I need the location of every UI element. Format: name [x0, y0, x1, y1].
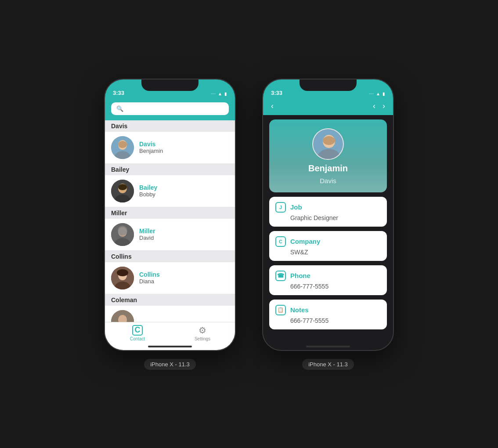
contact-info-collins: Collins Diana [139, 271, 160, 285]
avatar-coleman [111, 310, 134, 322]
notes-value: 666-777-5555 [275, 317, 381, 324]
left-home-indicator [148, 346, 192, 347]
avatar-miller [111, 223, 134, 246]
contact-card-firstname: Benjamin [308, 163, 348, 173]
left-phone-frame: 3:33 ···· ▲ ▮ 🔍 Davis [104, 79, 236, 351]
contact-info-bailey: Bailey Bobby [139, 184, 157, 198]
left-status-time: 3:33 [113, 90, 124, 97]
detail-section-company: C Company SW&Z [269, 231, 387, 261]
job-row: J Job [275, 202, 381, 213]
battery-icon: ▮ [224, 91, 227, 96]
wifi-icon: ▲ [218, 91, 222, 96]
miller-last-name: Miller [139, 228, 155, 235]
detail-section-notes: 📋 Notes 666-777-5555 [269, 300, 387, 329]
notes-label: Notes [290, 306, 309, 314]
contact-tab-label: Contact [130, 336, 145, 341]
phone-label: Phone [290, 272, 310, 279]
phone-value[interactable]: 666-777-5555 [275, 283, 381, 290]
prev-arrow[interactable]: ‹ [373, 101, 375, 111]
left-notch [141, 79, 198, 91]
next-arrow[interactable]: › [383, 101, 385, 111]
notes-icon: 📋 [275, 305, 286, 315]
nav-arrows-right: ‹ › [373, 101, 385, 111]
contact-item-coleman[interactable] [105, 306, 235, 322]
avatar-collins [111, 267, 134, 289]
left-phone-container: 3:33 ···· ▲ ▮ 🔍 Davis [104, 79, 236, 370]
avatar-davis [111, 136, 134, 159]
r-battery-icon: ▮ [383, 91, 385, 96]
company-label: Company [290, 238, 320, 245]
company-icon: C [275, 236, 286, 247]
davis-first-name: Benjamin [139, 148, 163, 154]
svg-point-11 [118, 226, 127, 235]
job-value: Graphic Designer [275, 214, 381, 221]
section-header-collins: Collins [105, 251, 235, 262]
section-header-coleman: Coleman [105, 294, 235, 306]
settings-tab-label: Settings [195, 336, 210, 341]
tab-contact[interactable]: C Contact [105, 325, 170, 341]
right-status-time: 3:33 [271, 90, 282, 97]
right-phone-label: iPhone X - 11.3 [302, 359, 354, 370]
contact-card: Benjamin Davis [269, 119, 387, 192]
right-phone-container: 3:33 ···· ▲ ▮ ‹ ‹ › [262, 79, 394, 370]
right-phone-screen: ‹ ‹ › Be [263, 99, 393, 350]
contact-info-davis: Davis Benjamin [139, 141, 163, 154]
search-bar[interactable]: 🔍 [111, 102, 229, 115]
contact-item-collins[interactable]: Collins Diana [105, 262, 235, 294]
svg-point-7 [118, 184, 127, 190]
detail-section-job: J Job Graphic Designer [269, 197, 387, 227]
davis-last-name: Davis [139, 141, 163, 148]
contact-item-davis[interactable]: Davis Benjamin [105, 132, 235, 164]
collins-first-name: Diana [139, 278, 160, 285]
back-arrow[interactable]: ‹ [271, 101, 274, 111]
svg-point-22 [323, 136, 335, 145]
r-wifi-icon: ▲ [376, 91, 380, 96]
collins-last-name: Collins [139, 271, 160, 278]
left-status-icons: ···· ▲ ▮ [211, 91, 227, 97]
svg-point-15 [117, 269, 128, 276]
bailey-first-name: Bobby [139, 191, 157, 198]
right-status-icons: ···· ▲ ▮ [369, 91, 385, 97]
svg-point-3 [118, 141, 127, 148]
right-home-indicator [306, 346, 350, 347]
detail-section-phone: ☎ Phone 666-777-5555 [269, 265, 387, 295]
tab-settings[interactable]: ⚙ Settings [170, 325, 235, 341]
left-phone-label: iPhone X - 11.3 [144, 359, 196, 370]
contact-info-miller: Miller David [139, 228, 155, 241]
contact-item-bailey[interactable]: Bailey Bobby [105, 175, 235, 207]
company-row: C Company [275, 236, 381, 247]
job-icon: J [275, 202, 286, 213]
avatar-bailey [111, 180, 134, 202]
job-label: Job [290, 203, 302, 211]
settings-tab-icon: ⚙ [198, 325, 206, 336]
phone-row: ☎ Phone [275, 271, 381, 281]
section-header-miller: Miller [105, 207, 235, 219]
search-icon: 🔍 [116, 105, 123, 112]
phone-icon: ☎ [275, 271, 286, 281]
r-signal-icon: ···· [369, 91, 374, 96]
notes-row: 📋 Notes [275, 305, 381, 315]
right-notch [300, 79, 357, 91]
contact-tab-icon: C [132, 325, 143, 336]
detail-header: ‹ ‹ › [263, 99, 393, 115]
page-wrapper: 3:33 ···· ▲ ▮ 🔍 Davis [104, 79, 394, 370]
contact-item-miller[interactable]: Miller David [105, 219, 235, 251]
contact-card-avatar [312, 128, 344, 160]
contact-header: 🔍 [105, 99, 235, 120]
section-header-bailey: Bailey [105, 164, 235, 175]
left-phone-screen: 🔍 Davis [105, 99, 235, 350]
company-value: SW&Z [275, 249, 381, 256]
right-phone-frame: 3:33 ···· ▲ ▮ ‹ ‹ › [262, 79, 394, 351]
contact-card-lastname: Davis [320, 177, 336, 184]
contact-list: Davis Davis Benjamin [105, 120, 235, 322]
section-header-davis: Davis [105, 120, 235, 132]
signal-icon: ···· [211, 91, 216, 96]
miller-first-name: David [139, 235, 155, 241]
bailey-last-name: Bailey [139, 184, 157, 191]
